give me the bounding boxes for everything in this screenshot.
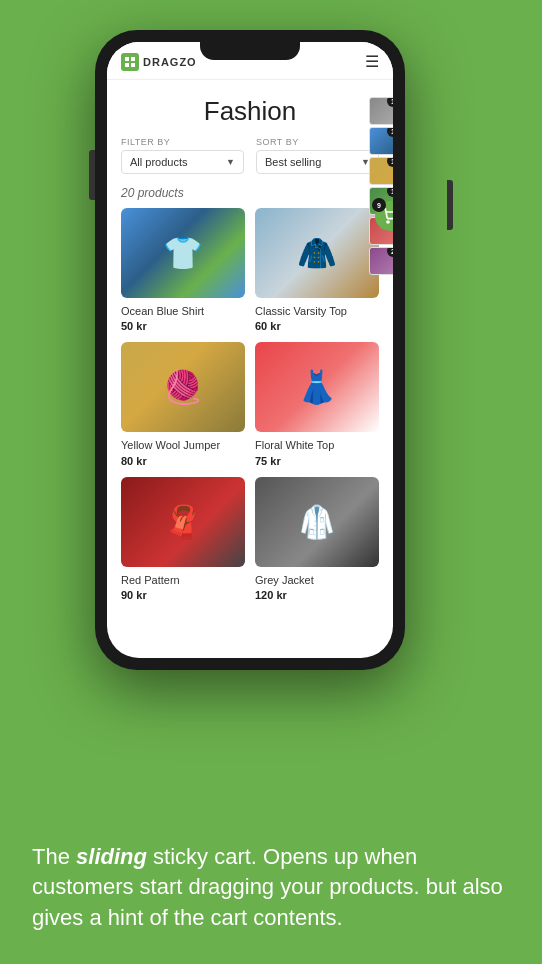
menu-icon[interactable]: ☰ (365, 52, 379, 71)
cart-badge-1: 1 (387, 97, 393, 107)
cart-thumbnail-3: 1 (369, 157, 393, 185)
product-price-6: 120 kr (255, 589, 379, 601)
product-name-1: Ocean Blue Shirt (121, 304, 245, 318)
product-card-1[interactable]: Ocean Blue Shirt 50 kr (121, 208, 245, 332)
product-price-3: 80 kr (121, 455, 245, 467)
logo-text: DRAGZO (143, 56, 197, 68)
filter-by-label: FILTER BY (121, 137, 244, 147)
logo-icon (121, 53, 139, 71)
product-price-5: 90 kr (121, 589, 245, 601)
product-name-2: Classic Varsity Top (255, 304, 379, 318)
product-card-4[interactable]: Floral White Top 75 kr (255, 342, 379, 466)
sort-by-value: Best selling (265, 156, 321, 168)
products-count: 20 products (107, 182, 393, 208)
filter-by-value: All products (130, 156, 187, 168)
product-image-5 (121, 477, 245, 567)
sliding-cart-panel: 1 1 1 1 1 2 9 (369, 97, 393, 311)
top-bar: DRAGZO ☰ (107, 42, 393, 80)
product-image-6 (255, 477, 379, 567)
product-card-5[interactable]: Red Pattern 90 kr (121, 477, 245, 601)
phone-shell: DRAGZO ☰ Fashion FILTER BY All products … (95, 30, 405, 670)
product-name-3: Yellow Wool Jumper (121, 438, 245, 452)
phone-side-button (447, 180, 453, 230)
filter-row: FILTER BY All products ▼ SORT BY Best se… (107, 137, 393, 182)
bottom-text-plain1: The (32, 844, 76, 869)
cart-badge-4: 1 (387, 187, 393, 197)
product-image-4 (255, 342, 379, 432)
svg-rect-3 (131, 63, 135, 67)
products-grid: Ocean Blue Shirt 50 kr Classic Varsity T… (107, 208, 393, 601)
bottom-text-bold: sliding (76, 844, 147, 869)
cart-thumbnail-2: 1 (369, 127, 393, 155)
bottom-description: The sliding sticky cart. Opens up when c… (32, 842, 510, 934)
product-price-4: 75 kr (255, 455, 379, 467)
product-name-5: Red Pattern (121, 573, 245, 587)
logo-area: DRAGZO (121, 53, 197, 71)
product-price-2: 60 kr (255, 320, 379, 332)
filter-by-select[interactable]: All products ▼ (121, 150, 244, 174)
svg-rect-1 (131, 57, 135, 61)
sort-by-group: SORT BY Best selling ▼ (256, 137, 379, 174)
cart-badge-6: 2 (387, 247, 393, 257)
cart-badge-3: 1 (387, 157, 393, 167)
cart-thumbnail-1: 1 (369, 97, 393, 125)
product-price-1: 50 kr (121, 320, 245, 332)
bottom-text-section: The sliding sticky cart. Opens up when c… (0, 842, 542, 934)
sort-by-label: SORT BY (256, 137, 379, 147)
phone-screen: DRAGZO ☰ Fashion FILTER BY All products … (107, 42, 393, 658)
filter-by-group: FILTER BY All products ▼ (121, 137, 244, 174)
cart-count-badge: 9 (372, 198, 386, 212)
svg-point-4 (387, 221, 389, 223)
svg-rect-2 (125, 63, 129, 67)
cart-badge-2: 1 (387, 127, 393, 137)
sort-by-select[interactable]: Best selling ▼ (256, 150, 379, 174)
page-title: Fashion (107, 80, 393, 137)
filter-by-arrow-icon: ▼ (226, 157, 235, 167)
product-image-3 (121, 342, 245, 432)
svg-rect-0 (125, 57, 129, 61)
product-card-2[interactable]: Classic Varsity Top 60 kr (255, 208, 379, 332)
product-name-6: Grey Jacket (255, 573, 379, 587)
product-image-1 (121, 208, 245, 298)
product-name-4: Floral White Top (255, 438, 379, 452)
product-card-6[interactable]: Grey Jacket 120 kr (255, 477, 379, 601)
product-card-3[interactable]: Yellow Wool Jumper 80 kr (121, 342, 245, 466)
cart-thumbnail-6: 2 (369, 247, 393, 275)
product-image-2 (255, 208, 379, 298)
